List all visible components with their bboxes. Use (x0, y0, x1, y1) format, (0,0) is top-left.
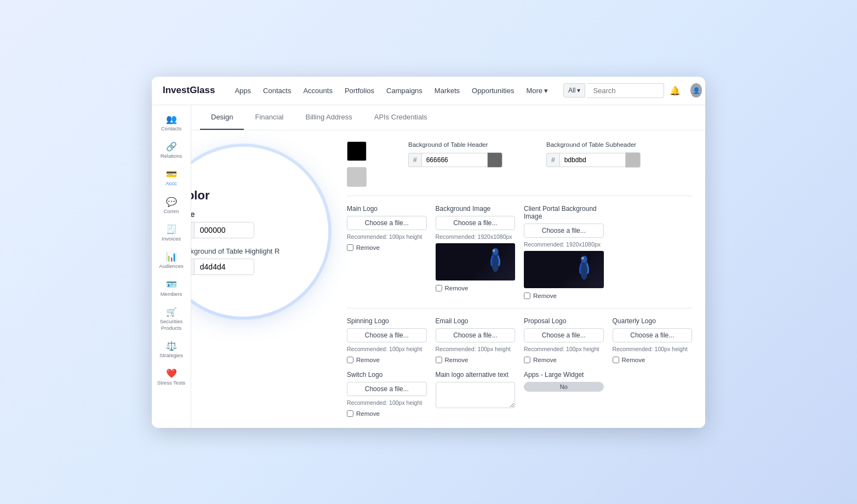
tab-design[interactable]: Design (200, 105, 244, 130)
search-bar: All ▾ (563, 83, 664, 98)
quarterly-logo-group: Quarterly Logo Choose a file... Recommen… (613, 317, 693, 363)
table-header-color-group: Background of Table Header # (408, 141, 529, 168)
table-subheader-input[interactable] (559, 153, 625, 167)
sidebar-item-audiences[interactable]: 📊 Audiences (152, 247, 191, 274)
switch-logo-group: Switch Logo Choose a file... Recommended… (347, 371, 427, 417)
chevron-down-icon: ▾ (544, 87, 548, 95)
bg-image-remove-label: Remove (445, 285, 469, 291)
top-nav: InvestGlass Apps Contacts Accounts Portf… (152, 77, 705, 105)
tab-apis[interactable]: APIs Credentials (363, 105, 438, 130)
divider-1 (347, 196, 692, 196)
main-logo-group: Main Logo Choose a file... Recommended: … (347, 205, 427, 299)
quarterly-logo-btn[interactable]: Choose a file... (613, 328, 693, 342)
sidebar-item-account[interactable]: 💳 Accc (152, 164, 191, 192)
main-logo-alt-textarea[interactable] (436, 382, 516, 408)
main-logo-remove-checkbox[interactable] (347, 244, 353, 251)
bg-image-remove-row: Remove (436, 285, 516, 291)
proposal-logo-checkbox[interactable] (524, 357, 530, 363)
proposal-logo-remove: Remove (524, 357, 604, 363)
bg-image-preview (436, 243, 516, 280)
uploads-grid-1: Main Logo Choose a file... Recommended: … (347, 205, 692, 299)
nav-right: All ▾ 🔔 👤 My Account ▾ (563, 80, 705, 101)
tab-financial[interactable]: Financial (244, 105, 294, 130)
switch-logo-btn[interactable]: Choose a file... (347, 382, 427, 396)
magnifier-field1-row: # (191, 222, 254, 238)
quarterly-logo-label: Quarterly Logo (613, 317, 693, 325)
sidebar-item-invoices[interactable]: 🧾 Invoices (152, 220, 191, 247)
magnifier-field1-input[interactable] (194, 222, 254, 238)
sidebar-item-relations[interactable]: 🔗 Relations (152, 137, 191, 164)
spinning-logo-btn[interactable]: Choose a file... (347, 328, 427, 342)
table-header-input[interactable] (421, 153, 487, 167)
account-btn[interactable]: 👤 My Account ▾ (686, 80, 705, 101)
main-logo-choose-btn[interactable]: Choose a file... (347, 216, 427, 230)
account-icon: 💳 (166, 170, 177, 179)
bell-icon[interactable]: 🔔 (670, 85, 681, 96)
quarterly-logo-recommended: Recommended: 100px height (613, 346, 693, 352)
nav-contacts[interactable]: Contacts (258, 83, 296, 98)
bg-image-choose-btn[interactable]: Choose a file... (436, 216, 516, 230)
proposal-logo-btn[interactable]: Choose a file... (524, 328, 604, 342)
nav-accounts[interactable]: Accounts (298, 83, 338, 98)
strategies-icon: ⚖️ (166, 342, 177, 351)
hash-icon-4: # (546, 153, 559, 167)
nav-opportunities[interactable]: Opportunities (466, 83, 519, 98)
spinning-logo-checkbox[interactable] (347, 357, 353, 363)
quarterly-logo-checkbox[interactable] (613, 357, 619, 363)
color-row-1: Background of Table Header # Background … (347, 141, 692, 187)
client-portal-choose-btn[interactable]: Choose a file... (524, 224, 604, 238)
color-section: Background of Table Header # Background … (347, 141, 692, 417)
spinning-logo-remove: Remove (347, 357, 427, 363)
nav-apps[interactable]: Apps (229, 83, 256, 98)
proposal-logo-label: Proposal Logo (524, 317, 604, 325)
sidebar-item-strategies[interactable]: ⚖️ Strategies (152, 336, 191, 364)
nav-more[interactable]: More ▾ (521, 83, 553, 98)
title-color-group (347, 141, 391, 187)
email-logo-recommended: Recommended: 100px height (436, 346, 516, 352)
table-subheader-swatch[interactable] (625, 152, 641, 168)
sidebar-item-securities[interactable]: 🛒 Securities Products (152, 302, 191, 336)
nav-portfolios[interactable]: Portfolios (339, 83, 380, 98)
audiences-icon: 📊 (166, 253, 177, 261)
svg-point-1 (493, 248, 499, 255)
sidebar-item-members[interactable]: 🪪 Members (152, 275, 191, 302)
switch-logo-remove: Remove (347, 410, 427, 417)
magnifier-field2-label: Background of Table Highlight R (191, 247, 280, 255)
nav-markets[interactable]: Markets (429, 83, 465, 98)
apps-widget-toggle[interactable]: No (524, 382, 604, 392)
main-logo-remove-row: Remove (347, 244, 427, 251)
comm-icon: 💬 (166, 198, 177, 207)
search-input[interactable] (587, 83, 664, 98)
switch-logo-checkbox[interactable] (347, 410, 353, 417)
search-filter-btn[interactable]: All ▾ (563, 83, 585, 98)
table-header-swatch[interactable] (487, 152, 502, 168)
brand-logo: InvestGlass (163, 85, 215, 96)
title-swatch-preview (347, 141, 367, 161)
client-portal-recommended: Recommended: 1920x1080px (524, 241, 604, 248)
client-portal-remove-row: Remove (524, 293, 604, 299)
magnifier-field2-row: # (191, 259, 254, 275)
sidebar-item-stress-tests[interactable]: ❤️ Stress Tests (152, 364, 191, 391)
securities-icon: 🛒 (166, 308, 177, 317)
magnifier-overlay: Color Title # Background of Table Highli… (191, 147, 328, 317)
tab-billing[interactable]: Billing Address (295, 105, 363, 130)
table-subheader-input-row: # (546, 152, 667, 168)
chevron-down-icon: ▾ (577, 87, 580, 94)
main-logo-label: Main Logo (347, 205, 427, 213)
nav-links: Apps Contacts Accounts Portfolios Campai… (229, 83, 553, 98)
apps-widget-label: Apps - Large Widget (524, 371, 604, 379)
email-logo-group: Email Logo Choose a file... Recommended:… (436, 317, 516, 363)
sidebar-item-contacts[interactable]: 👥 Contacts (152, 110, 191, 137)
svg-point-3 (493, 250, 494, 251)
email-logo-btn[interactable]: Choose a file... (436, 328, 516, 342)
bg-image-recommended: Recommended: 1920x1080px (436, 233, 516, 240)
sidebar-item-comm[interactable]: 💬 Comm (152, 192, 191, 220)
nav-campaigns[interactable]: Campaigns (381, 83, 428, 98)
magnifier-field2-input[interactable] (194, 259, 254, 275)
email-logo-checkbox[interactable] (436, 357, 442, 363)
client-portal-group: Client Portal Background Image Choose a … (524, 205, 604, 299)
magnifier-title: Color (191, 188, 209, 203)
main-layout: 👥 Contacts 🔗 Relations 💳 Accc 💬 Comm 🧾 I… (152, 105, 705, 428)
bg-image-remove-checkbox[interactable] (436, 285, 442, 291)
client-portal-remove-checkbox[interactable] (524, 293, 530, 299)
